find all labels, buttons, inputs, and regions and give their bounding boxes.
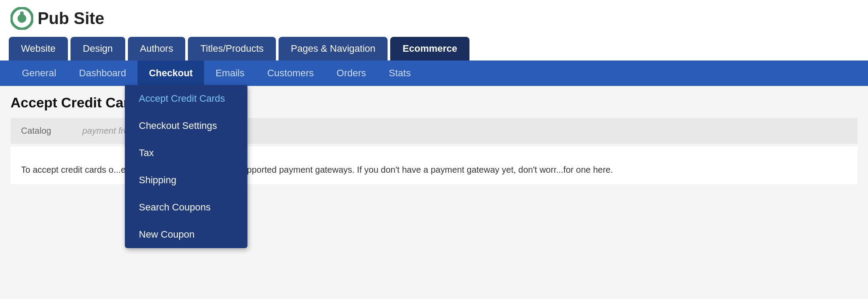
primary-nav-item-titles-products[interactable]: Titles/Products xyxy=(188,37,276,61)
secondary-nav-item-checkout[interactable]: Checkout xyxy=(138,61,204,86)
primary-nav: Website Design Authors Titles/Products P… xyxy=(0,37,868,61)
secondary-nav-item-dashboard[interactable]: Dashboard xyxy=(67,61,138,86)
primary-nav-item-design[interactable]: Design xyxy=(71,37,125,61)
dropdown-item-checkout-settings[interactable]: Checkout Settings xyxy=(125,112,247,139)
dropdown-item-accept-credit-cards[interactable]: Accept Credit Cards xyxy=(125,85,247,112)
dropdown-item-new-coupon[interactable]: New Coupon xyxy=(125,221,247,248)
secondary-nav-item-general[interactable]: General xyxy=(11,61,67,86)
dropdown-item-search-coupons[interactable]: Search Coupons xyxy=(125,194,247,221)
primary-nav-item-pages-navigation[interactable]: Pages & Navigation xyxy=(279,37,388,61)
secondary-nav-item-emails[interactable]: Emails xyxy=(204,61,256,86)
logo-icon xyxy=(11,7,33,30)
logo-text: Pub Site xyxy=(38,9,104,28)
secondary-nav-item-customers[interactable]: Customers xyxy=(256,61,325,86)
secondary-nav-item-stats[interactable]: Stats xyxy=(378,61,422,86)
primary-nav-item-website[interactable]: Website xyxy=(9,37,68,61)
checkout-dropdown-menu: Accept Credit Cards Checkout Settings Ta… xyxy=(125,85,247,248)
primary-nav-item-ecommerce[interactable]: Ecommerce xyxy=(390,37,469,61)
secondary-nav: General Dashboard Checkout Emails Custom… xyxy=(0,61,868,86)
primary-nav-item-authors[interactable]: Authors xyxy=(128,37,186,61)
header: Pub Site xyxy=(0,0,868,37)
logo-container: Pub Site xyxy=(11,7,104,30)
dropdown-item-tax[interactable]: Tax xyxy=(125,139,247,167)
catalog-label: Catalog xyxy=(21,126,74,136)
dropdown-item-shipping[interactable]: Shipping xyxy=(125,167,247,194)
secondary-nav-item-orders[interactable]: Orders xyxy=(325,61,378,86)
svg-rect-2 xyxy=(20,11,24,20)
